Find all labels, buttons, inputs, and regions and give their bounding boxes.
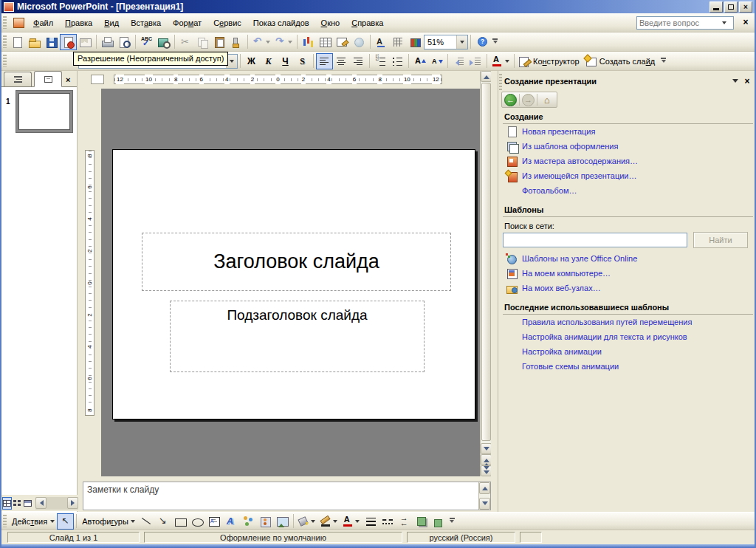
toolbar-grip[interactable] bbox=[3, 35, 7, 48]
toolbar-options-chevron-icon[interactable] bbox=[447, 513, 457, 530]
task-pane-link[interactable]: Фотоальбом… bbox=[503, 183, 753, 198]
menu-item-4[interactable]: Формат bbox=[167, 16, 207, 30]
dropdown-arrow-icon[interactable] bbox=[130, 514, 137, 529]
align-center-button[interactable] bbox=[333, 53, 350, 69]
increase-indent-button[interactable] bbox=[467, 53, 484, 69]
print-preview-button[interactable] bbox=[116, 34, 133, 50]
menu-item-6[interactable]: Показ слайдов bbox=[247, 16, 315, 30]
font-color-button[interactable] bbox=[489, 53, 512, 69]
line-style-button[interactable] bbox=[362, 513, 379, 530]
task-pane-link[interactable]: Правила использования путей перемещения bbox=[503, 315, 753, 329]
autoshapes-menu[interactable]: Автофигуры bbox=[79, 513, 138, 530]
toolbar-options-chevron-icon[interactable] bbox=[659, 53, 668, 69]
new-button[interactable] bbox=[9, 34, 26, 50]
ask-question-combobox[interactable] bbox=[636, 16, 734, 30]
spelling-button[interactable] bbox=[138, 34, 155, 50]
scroll-down-button[interactable] bbox=[481, 443, 492, 454]
task-pane-grip[interactable] bbox=[499, 74, 502, 92]
show-formatting-button[interactable] bbox=[373, 34, 390, 50]
zoom-combobox[interactable]: 51% bbox=[424, 35, 468, 49]
minimize-button[interactable] bbox=[709, 1, 723, 13]
italic-button[interactable]: К bbox=[260, 53, 277, 69]
dash-style-button[interactable] bbox=[379, 513, 396, 530]
copy-button[interactable] bbox=[194, 34, 211, 50]
paste-button[interactable] bbox=[211, 34, 228, 50]
picture-button[interactable] bbox=[274, 513, 291, 530]
task-pane-splitter[interactable] bbox=[491, 71, 498, 512]
diagram-button[interactable] bbox=[240, 513, 257, 530]
permission-button[interactable] bbox=[60, 34, 77, 50]
select-objects-button[interactable] bbox=[57, 513, 74, 530]
dropdown-arrow-icon[interactable] bbox=[332, 514, 339, 529]
decrease-font-button[interactable] bbox=[428, 53, 445, 69]
redo-button[interactable] bbox=[272, 34, 295, 50]
wordart-button[interactable] bbox=[223, 513, 240, 530]
design-button[interactable]: Конструктор bbox=[517, 53, 583, 69]
underline-button[interactable]: Ч bbox=[277, 53, 294, 69]
toolbar-grip[interactable] bbox=[3, 55, 7, 67]
task-pane-link[interactable]: На моем компьютере… bbox=[503, 266, 753, 281]
insert-hyperlink-button[interactable] bbox=[351, 34, 368, 50]
cut-button[interactable] bbox=[177, 34, 194, 50]
oval-button[interactable] bbox=[189, 513, 206, 530]
search-input[interactable] bbox=[503, 233, 687, 247]
restore-button[interactable] bbox=[724, 1, 738, 13]
pane-close-button[interactable]: × bbox=[66, 73, 70, 86]
toolbar-grip[interactable] bbox=[3, 515, 7, 527]
align-right-button[interactable] bbox=[350, 53, 367, 69]
dropdown-arrow-icon[interactable] bbox=[49, 514, 55, 529]
actions-menu[interactable]: Действия bbox=[9, 513, 57, 530]
save-button[interactable] bbox=[43, 34, 60, 50]
scrollbar-thumb[interactable] bbox=[481, 83, 491, 441]
shadow-style-button[interactable] bbox=[413, 513, 430, 530]
normal-view-button[interactable] bbox=[2, 497, 12, 510]
print-button[interactable] bbox=[99, 34, 116, 50]
task-pane-link[interactable]: Настройка анимации bbox=[503, 344, 753, 359]
clipart-button[interactable] bbox=[257, 513, 274, 530]
scrollbar-track[interactable] bbox=[47, 497, 67, 509]
dropdown-arrow-icon[interactable] bbox=[286, 35, 293, 49]
numbering-button[interactable] bbox=[372, 53, 389, 69]
task-pane-link[interactable]: Из имеющейся презентации… bbox=[503, 168, 753, 183]
notes-splitter[interactable] bbox=[83, 476, 491, 482]
help-button[interactable] bbox=[473, 34, 490, 50]
tables-borders-button[interactable] bbox=[334, 34, 351, 50]
toolbar-grip[interactable] bbox=[3, 16, 7, 29]
menu-item-8[interactable]: Справка bbox=[346, 16, 389, 30]
line-color-button[interactable] bbox=[318, 513, 340, 530]
research-button[interactable] bbox=[155, 34, 172, 50]
vertical-scrollbar[interactable] bbox=[480, 71, 491, 476]
task-pane-link[interactable]: На моих веб-узлах… bbox=[503, 281, 753, 295]
task-pane-close-button[interactable]: × bbox=[741, 76, 753, 86]
fill-color-button[interactable] bbox=[296, 513, 318, 530]
task-pane-link[interactable]: Готовые схемы анимации bbox=[503, 359, 753, 374]
menu-item-1[interactable]: Правка bbox=[59, 16, 98, 30]
arrow-button[interactable] bbox=[155, 513, 172, 530]
horizontal-scrollbar[interactable] bbox=[35, 497, 78, 510]
menu-item-3[interactable]: Вставка bbox=[125, 16, 167, 30]
increase-font-button[interactable] bbox=[411, 53, 428, 69]
scroll-right-button[interactable] bbox=[67, 497, 78, 509]
dropdown-arrow-icon[interactable] bbox=[354, 514, 361, 529]
scroll-up-button[interactable] bbox=[481, 71, 492, 82]
chevron-down-icon[interactable] bbox=[718, 16, 729, 30]
scroll-left-button[interactable] bbox=[35, 497, 47, 509]
next-slide-button[interactable] bbox=[481, 465, 492, 476]
insert-chart-button[interactable] bbox=[300, 34, 317, 50]
slideshow-view-button[interactable] bbox=[23, 497, 32, 510]
insert-table-button[interactable] bbox=[317, 34, 334, 50]
ask-question-input[interactable] bbox=[637, 18, 718, 27]
decrease-indent-button[interactable] bbox=[450, 53, 467, 69]
arrow-style-button[interactable] bbox=[396, 513, 413, 530]
notes-scroll-up-button[interactable] bbox=[479, 482, 490, 494]
open-button[interactable] bbox=[26, 34, 43, 50]
dropdown-arrow-icon[interactable] bbox=[264, 35, 271, 49]
task-pane-link[interactable]: Настройка анимации для текста и рисунков bbox=[503, 329, 753, 344]
tab-outline[interactable] bbox=[4, 72, 32, 86]
rectangle-button[interactable] bbox=[172, 513, 189, 530]
vertical-ruler[interactable]: 864202468 bbox=[85, 150, 94, 416]
chevron-down-icon[interactable] bbox=[456, 35, 467, 49]
close-button[interactable]: × bbox=[739, 1, 752, 13]
document-icon[interactable] bbox=[13, 18, 24, 28]
slide[interactable]: Заголовок слайда Подзаголовок слайда bbox=[112, 149, 475, 419]
